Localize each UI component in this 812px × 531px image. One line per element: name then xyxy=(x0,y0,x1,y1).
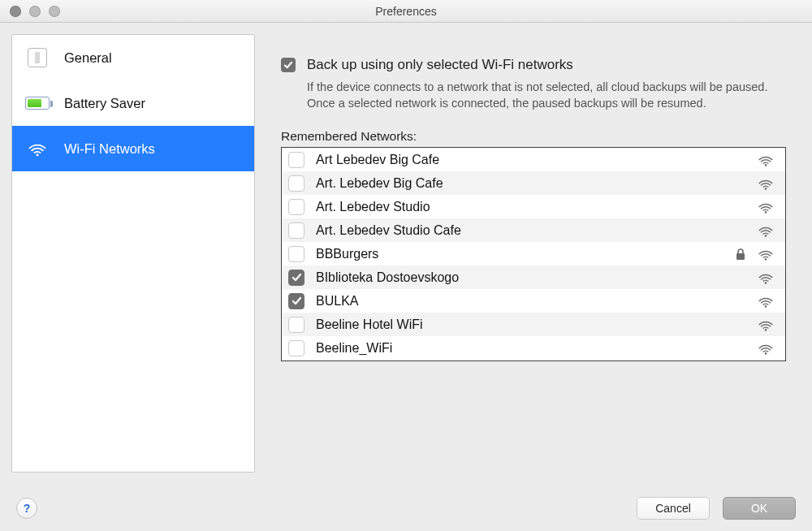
network-row[interactable]: Art Lebedev Big Cafe xyxy=(282,148,785,171)
sidebar-item-general[interactable]: General xyxy=(12,35,254,80)
sidebar-item-wifi-networks[interactable]: Wi-Fi Networks xyxy=(12,126,254,171)
network-checkbox[interactable] xyxy=(288,340,304,356)
battery-icon xyxy=(25,91,50,115)
network-name: Art. Lebedev Studio xyxy=(316,200,732,214)
cancel-button[interactable]: Cancel xyxy=(637,497,710,520)
help-button[interactable]: ? xyxy=(16,498,37,519)
network-checkbox[interactable] xyxy=(288,246,304,262)
lock-icon xyxy=(732,248,749,261)
window-title: Preferences xyxy=(375,5,436,18)
network-row[interactable]: Art. Lebedev Studio Cafe xyxy=(282,218,785,242)
network-name: Art Lebedev Big Cafe xyxy=(316,153,732,167)
close-window-button[interactable] xyxy=(10,6,21,17)
wifi-signal-icon xyxy=(754,176,777,191)
network-checkbox[interactable] xyxy=(288,222,304,239)
ok-button[interactable]: OK xyxy=(723,497,796,520)
network-row[interactable]: Beeline_WiFi xyxy=(282,336,785,360)
wifi-networks-pane: Back up using only selected Wi-Fi networ… xyxy=(266,34,801,473)
wifi-signal-icon xyxy=(754,153,777,167)
general-icon xyxy=(25,45,50,70)
network-checkbox[interactable] xyxy=(288,199,304,215)
network-row[interactable]: Art. Lebedev Big Cafe xyxy=(282,171,785,195)
preferences-sidebar: General Battery Saver Wi-Fi Networks xyxy=(11,34,255,473)
network-checkbox[interactable] xyxy=(288,152,304,168)
network-row[interactable]: BULKA xyxy=(282,289,785,313)
sidebar-item-label: General xyxy=(64,50,112,66)
dialog-footer: ? Cancel OK xyxy=(0,486,812,531)
window-titlebar: Preferences xyxy=(0,0,812,23)
network-row[interactable]: BIblioteka Dostoevskogo xyxy=(282,266,785,289)
network-name: BBBurgers xyxy=(316,247,732,261)
wifi-signal-icon xyxy=(754,341,777,356)
network-checkbox[interactable] xyxy=(288,270,304,286)
remembered-networks-label: Remembered Networks: xyxy=(281,129,801,144)
wifi-signal-icon xyxy=(754,200,777,214)
wifi-signal-icon xyxy=(754,223,777,238)
network-checkbox[interactable] xyxy=(288,293,304,309)
network-name: Beeline_WiFi xyxy=(316,341,732,356)
network-name: BULKA xyxy=(316,294,732,309)
wifi-signal-icon xyxy=(754,270,777,285)
zoom-window-button[interactable] xyxy=(49,6,60,17)
remembered-networks-scroll[interactable]: Art Lebedev Big CafeArt. Lebedev Big Caf… xyxy=(282,148,785,360)
network-name: Beeline Hotel WiFi xyxy=(316,317,732,332)
sidebar-item-label: Battery Saver xyxy=(64,96,145,111)
backup-only-selected-label: Back up using only selected Wi-Fi networ… xyxy=(307,57,573,73)
network-row[interactable]: BBBurgers xyxy=(282,242,785,266)
wifi-signal-icon xyxy=(754,294,777,309)
network-row[interactable]: Beeline Hotel WiFi xyxy=(282,313,785,336)
wifi-icon xyxy=(25,136,50,161)
remembered-networks-list: Art Lebedev Big CafeArt. Lebedev Big Caf… xyxy=(281,147,786,361)
wifi-signal-icon xyxy=(754,317,777,332)
window-controls xyxy=(10,6,60,17)
network-row[interactable]: Art. Lebedev Studio xyxy=(282,195,785,218)
network-name: Art. Lebedev Big Cafe xyxy=(316,176,732,191)
network-checkbox[interactable] xyxy=(288,175,304,192)
sidebar-item-battery-saver[interactable]: Battery Saver xyxy=(12,80,254,126)
network-checkbox[interactable] xyxy=(288,317,304,333)
minimize-window-button[interactable] xyxy=(29,6,41,17)
backup-only-selected-checkbox[interactable] xyxy=(281,58,296,72)
wifi-signal-icon xyxy=(754,247,777,261)
network-name: Art. Lebedev Studio Cafe xyxy=(316,223,732,238)
backup-only-selected-description: If the device connects to a network that… xyxy=(307,80,776,111)
network-name: BIblioteka Dostoevskogo xyxy=(316,270,732,285)
sidebar-item-label: Wi-Fi Networks xyxy=(64,141,155,157)
